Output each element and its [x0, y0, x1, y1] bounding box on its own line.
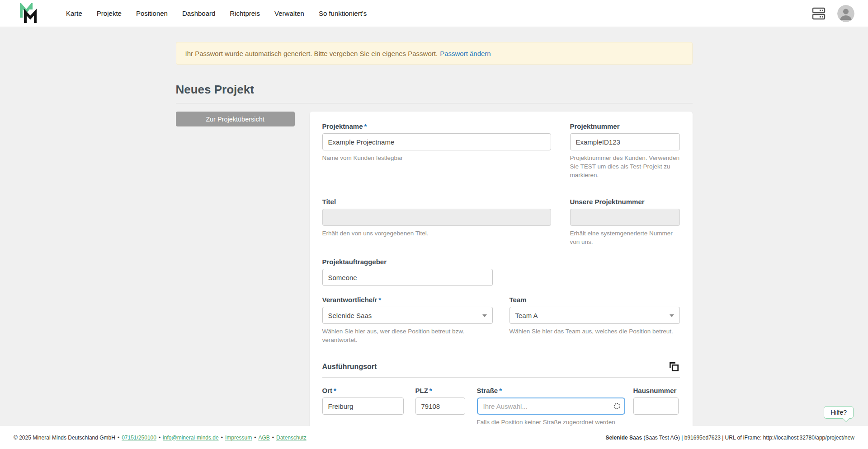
field-projektnummer: Projektnummer Projektnummer des Kunden. … — [570, 122, 680, 180]
nav-item-karte[interactable]: Karte — [66, 9, 82, 17]
titel-label: Titel — [322, 198, 551, 206]
mineral-minds-logo-icon[interactable] — [19, 3, 39, 24]
team-select[interactable]: Team A — [509, 307, 680, 324]
footer-left: © 2025 Mineral Minds Deutschland GmbH•07… — [14, 435, 307, 441]
strasse-input[interactable] — [477, 398, 625, 415]
plz-input[interactable] — [415, 398, 465, 415]
field-team: Team Team A Wählen Sie hier das Team aus… — [509, 296, 680, 345]
nav-item-positionen[interactable]: Positionen — [136, 9, 168, 17]
hausnummer-input[interactable] — [633, 398, 679, 415]
verantwortliche-selected-value: Selenide Saas — [328, 312, 372, 319]
strasse-helper: Falls die Position keiner Straße zugeord… — [477, 418, 625, 426]
footer-separator: • — [118, 435, 119, 441]
verantwortliche-label: Verantwortliche/r* — [322, 296, 493, 304]
server-stack-icon[interactable] — [811, 6, 826, 21]
footer-email-link[interactable]: info@mineral-minds.de — [163, 435, 219, 441]
help-button[interactable]: Hilfe? — [824, 406, 854, 419]
nav-item-richtpreis[interactable]: Richtpreis — [230, 9, 260, 17]
unsere-projektnummer-label: Unsere Projektnummer — [570, 198, 680, 206]
projektauftraggeber-label: Projektauftraggeber — [322, 258, 493, 266]
change-password-link[interactable]: Passwort ändern — [440, 50, 491, 57]
page-body: Ihr Passwort wurde automatisch generiert… — [0, 27, 868, 426]
footer-session-info: Selenide Saas (Saas Test AG) | b91695ed7… — [605, 435, 854, 441]
hausnummer-label: Hausnummer — [633, 387, 679, 394]
chevron-down-icon — [670, 314, 674, 317]
projektname-input[interactable] — [322, 133, 551, 150]
titel-helper: Erhält den von uns vorgegebenen Titel. — [322, 229, 551, 238]
team-selected-value: Team A — [515, 312, 538, 319]
footer: © 2025 Mineral Minds Deutschland GmbH•07… — [0, 426, 868, 449]
footer-phone-link[interactable]: 07151/250100 — [122, 435, 156, 441]
unsere-projektnummer-helper: Erhält eine systemgenerierte Nummer von … — [570, 229, 680, 247]
required-marker: * — [499, 387, 502, 394]
projektauftraggeber-input[interactable] — [322, 269, 493, 286]
footer-separator: • — [254, 435, 256, 441]
footer-agb-link[interactable]: AGB — [258, 435, 269, 441]
loading-spinner-icon — [614, 403, 620, 409]
password-warning-banner: Ihr Passwort wurde automatisch generiert… — [176, 42, 693, 65]
titel-input — [322, 209, 551, 226]
field-plz: PLZ* — [415, 387, 465, 426]
field-projektname: Projektname* Name vom Kunden festlegbar — [322, 122, 551, 180]
field-titel: Titel Erhält den von uns vorgegebenen Ti… — [322, 198, 551, 247]
projektname-label: Projektname* — [322, 122, 551, 130]
team-label: Team — [509, 296, 680, 304]
verantwortliche-helper: Wählen Sie hier aus, wer diese Position … — [322, 327, 493, 345]
new-project-form-card: Projektname* Name vom Kunden festlegbar … — [310, 112, 693, 426]
required-marker: * — [364, 122, 367, 130]
footer-impressum-link[interactable]: Impressum — [225, 435, 252, 441]
copy-icon — [668, 361, 680, 373]
required-marker: * — [378, 296, 381, 304]
project-overview-button[interactable]: Zur Projektübersicht — [176, 112, 295, 126]
required-marker: * — [429, 387, 432, 394]
field-unsere-projektnummer: Unsere Projektnummer Erhält eine systemg… — [570, 198, 680, 247]
nav-item-verwalten[interactable]: Verwalten — [274, 9, 304, 17]
user-avatar[interactable] — [837, 5, 854, 22]
ausfuehrungsort-title: Ausführungsort — [322, 363, 377, 371]
field-strasse: Straße* Falls die Position keiner Straße… — [477, 387, 625, 426]
ort-label: Ort* — [322, 387, 404, 394]
footer-datenschutz-link[interactable]: Datenschutz — [276, 435, 307, 441]
section-ausfuehrungsort: Ausführungsort — [322, 361, 680, 378]
copy-location-button[interactable] — [668, 361, 680, 373]
required-marker: * — [334, 387, 336, 394]
footer-session-details: (Saas Test AG) | b91695ed7623 | URL of i… — [642, 435, 854, 441]
nav-item-dashboard[interactable]: Dashboard — [182, 9, 215, 17]
team-helper: Wählen Sie hier das Team aus, welches di… — [509, 327, 680, 336]
chevron-down-icon — [482, 314, 487, 317]
verantwortliche-select[interactable]: Selenide Saas — [322, 307, 493, 324]
projektname-helper: Name vom Kunden festlegbar — [322, 154, 551, 163]
main-nav: Karte Projekte Positionen Dashboard Rich… — [66, 9, 367, 17]
copyright-text: © 2025 Mineral Minds Deutschland GmbH — [14, 435, 115, 441]
nav-item-so-funktionierts[interactable]: So funktioniert's — [319, 9, 367, 17]
strasse-label: Straße* — [477, 387, 625, 394]
unsere-projektnummer-input — [570, 209, 680, 226]
projektnummer-label: Projektnummer — [570, 122, 680, 130]
plz-label: PLZ* — [415, 387, 465, 394]
top-navigation-bar: Karte Projekte Positionen Dashboard Rich… — [0, 0, 868, 27]
projektnummer-helper: Projektnummer des Kunden. Verwenden Sie … — [570, 154, 680, 180]
header-actions — [811, 5, 854, 22]
footer-separator: • — [221, 435, 223, 441]
projektnummer-input[interactable] — [570, 133, 680, 150]
nav-item-projekte[interactable]: Projekte — [97, 9, 122, 17]
banner-text: Ihr Passwort wurde automatisch generiert… — [185, 50, 438, 57]
field-ort: Ort* — [322, 387, 404, 426]
user-silhouette-icon — [837, 5, 854, 22]
field-projektauftraggeber: Projektauftraggeber — [322, 258, 493, 286]
footer-separator: • — [272, 435, 274, 441]
field-hausnummer: Hausnummer — [633, 387, 679, 426]
left-column: Zur Projektübersicht — [176, 112, 295, 126]
ort-input[interactable] — [322, 398, 404, 415]
page-title: Neues Projekt — [176, 83, 693, 103]
footer-separator: • — [159, 435, 160, 441]
field-verantwortliche: Verantwortliche/r* Selenide Saas Wählen … — [322, 296, 493, 345]
footer-user-name: Selenide Saas — [605, 435, 642, 441]
